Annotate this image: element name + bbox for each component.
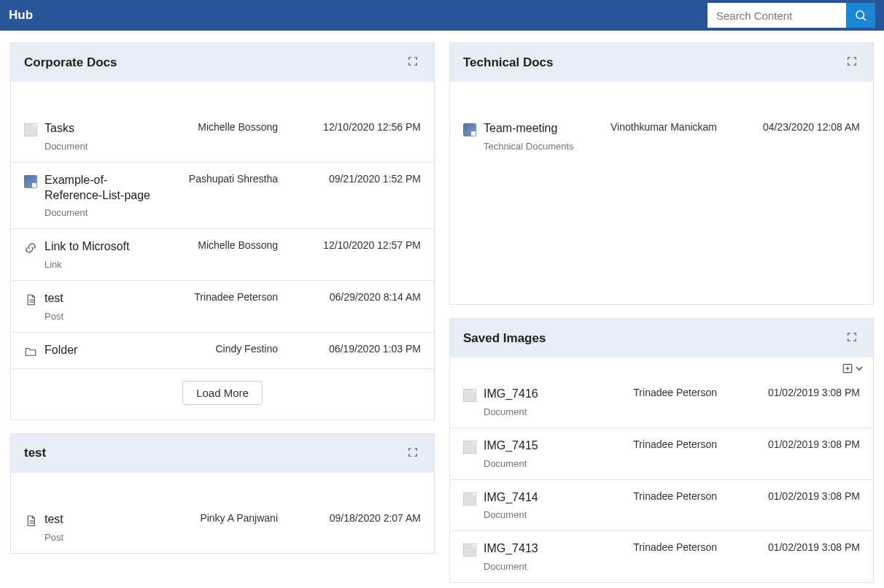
row-main: IMG_7413Document <box>463 541 597 572</box>
row-timestamp: 06/29/2020 8:14 AM <box>282 291 421 303</box>
panel-spacer <box>11 473 434 502</box>
search-icon <box>854 9 867 22</box>
row-title[interactable]: test <box>44 512 63 527</box>
panel-title: Technical Docs <box>463 55 553 70</box>
row-subtype: Link <box>44 259 129 270</box>
expand-button[interactable] <box>844 329 860 347</box>
row-title[interactable]: IMG_7416 <box>484 387 538 402</box>
row-title[interactable]: test <box>44 291 63 306</box>
row-author: Pinky A Panjwani <box>158 512 282 524</box>
panel-title: test <box>24 446 46 460</box>
row-title[interactable]: Tasks <box>44 121 88 136</box>
list-row[interactable]: Link to MicrosoftLinkMichelle Bossong12/… <box>11 228 434 280</box>
search-button[interactable] <box>846 3 875 28</box>
row-main: Link to MicrosoftLink <box>24 239 158 270</box>
row-timestamp: 12/10/2020 12:56 PM <box>282 121 421 133</box>
row-author: Michelle Bossong <box>158 121 282 133</box>
load-more-button[interactable]: Load More <box>182 381 263 405</box>
search-wrap <box>707 3 875 28</box>
row-title[interactable]: IMG_7414 <box>484 490 538 506</box>
row-subtype: Document <box>484 561 538 572</box>
row-title[interactable]: Folder <box>44 343 77 358</box>
list-row[interactable]: IMG_7415DocumentTrinadee Peterson01/02/2… <box>450 428 873 479</box>
panel-corporate-docs: Corporate Docs TasksDocumentMichelle Bos… <box>10 42 435 420</box>
post-icon <box>24 293 37 306</box>
image-thumb-icon <box>24 175 37 188</box>
panel-test: test testPostPinky A Panjwani09/18/2020 … <box>10 433 435 554</box>
load-more-wrap: Load More <box>11 368 434 419</box>
row-timestamp: 01/02/2019 3:08 PM <box>721 438 860 450</box>
panel-body: IMG_7416DocumentTrinadee Peterson01/02/2… <box>450 376 873 582</box>
list-row[interactable]: Team-meetingTechnical DocumentsVinothkum… <box>450 111 873 162</box>
top-bar: Hub <box>0 0 884 31</box>
row-subtype: Document <box>44 141 88 152</box>
row-subtype: Document <box>484 406 538 417</box>
list-row[interactable]: IMG_7414DocumentTrinadee Peterson01/02/2… <box>450 479 873 531</box>
row-author: Pashupati Shrestha <box>158 173 282 185</box>
row-timestamp: 04/23/2020 12:08 AM <box>721 121 860 133</box>
row-main: Example-of-Reference-List-pageDocument <box>24 173 158 219</box>
document-icon <box>463 389 476 402</box>
row-title[interactable]: Link to Microsoft <box>44 239 129 255</box>
panel-title: Corporate Docs <box>24 55 117 70</box>
list-row[interactable]: testPostTrinadee Peterson06/29/2020 8:14… <box>11 280 434 332</box>
row-author: Vinothkumar Manickam <box>597 121 721 133</box>
row-timestamp: 09/18/2020 2:07 AM <box>282 512 421 524</box>
row-author: Trinadee Peterson <box>597 387 721 398</box>
add-item-button[interactable] <box>841 362 864 375</box>
expand-button[interactable] <box>405 53 421 71</box>
row-author: Michelle Bossong <box>158 239 282 251</box>
list-row[interactable]: IMG_7413DocumentTrinadee Peterson01/02/2… <box>450 530 873 582</box>
row-subtype: Document <box>484 509 538 520</box>
row-author: Trinadee Peterson <box>158 291 282 303</box>
row-main: IMG_7415Document <box>463 438 597 469</box>
row-timestamp: 09/21/2020 1:52 PM <box>282 173 421 185</box>
document-icon <box>463 543 476 557</box>
row-title[interactable]: Example-of-Reference-List-page <box>44 173 158 204</box>
row-main: Folder <box>24 343 158 358</box>
row-main: Team-meetingTechnical Documents <box>463 121 597 152</box>
left-column: Corporate Docs TasksDocumentMichelle Bos… <box>10 42 435 583</box>
row-timestamp: 01/02/2019 3:08 PM <box>721 490 860 502</box>
list-row[interactable]: Example-of-Reference-List-pageDocumentPa… <box>11 162 434 229</box>
expand-icon <box>408 56 418 66</box>
row-subtype: Post <box>44 311 63 322</box>
post-icon <box>24 514 37 527</box>
page: Corporate Docs TasksDocumentMichelle Bos… <box>0 31 884 588</box>
app-title: Hub <box>9 8 33 23</box>
panel-toolbar <box>450 357 873 376</box>
plus-box-icon <box>842 363 853 374</box>
row-subtype: Technical Documents <box>484 141 574 152</box>
row-timestamp: 01/02/2019 3:08 PM <box>721 387 860 398</box>
row-timestamp: 12/10/2020 12:57 PM <box>282 239 421 251</box>
panel-header: Saved Images <box>450 319 873 357</box>
panel-header: test <box>11 434 434 473</box>
panel-body: testPostPinky A Panjwani09/18/2020 2:07 … <box>11 473 434 553</box>
svg-line-1 <box>863 18 865 20</box>
row-title[interactable]: IMG_7415 <box>484 438 538 454</box>
row-author: Cindy Festino <box>158 343 282 355</box>
expand-button[interactable] <box>844 53 860 71</box>
row-title[interactable]: IMG_7413 <box>484 541 538 557</box>
document-icon <box>24 123 37 136</box>
panel-spacer <box>450 82 873 111</box>
expand-icon <box>408 447 418 457</box>
panel-technical-docs: Technical Docs Team-meetingTechnical Doc… <box>449 42 874 305</box>
list-row[interactable]: testPostPinky A Panjwani09/18/2020 2:07 … <box>11 502 434 553</box>
row-subtype: Document <box>484 458 538 469</box>
search-input[interactable] <box>707 3 846 28</box>
list-row[interactable]: IMG_7416DocumentTrinadee Peterson01/02/2… <box>450 376 873 428</box>
document-icon <box>463 492 476 506</box>
row-main: IMG_7414Document <box>463 490 597 521</box>
document-icon <box>463 441 476 454</box>
list-row[interactable]: TasksDocumentMichelle Bossong12/10/2020 … <box>11 111 434 162</box>
link-icon <box>24 241 37 255</box>
right-column: Technical Docs Team-meetingTechnical Doc… <box>449 42 874 583</box>
list-row[interactable]: FolderCindy Festino06/19/2020 1:03 PM <box>11 332 434 368</box>
expand-button[interactable] <box>405 444 421 463</box>
row-title[interactable]: Team-meeting <box>484 121 574 136</box>
row-main: IMG_7416Document <box>463 387 597 417</box>
row-subtype: Post <box>44 532 63 543</box>
row-author: Trinadee Peterson <box>597 490 721 502</box>
panel-title: Saved Images <box>463 331 546 346</box>
